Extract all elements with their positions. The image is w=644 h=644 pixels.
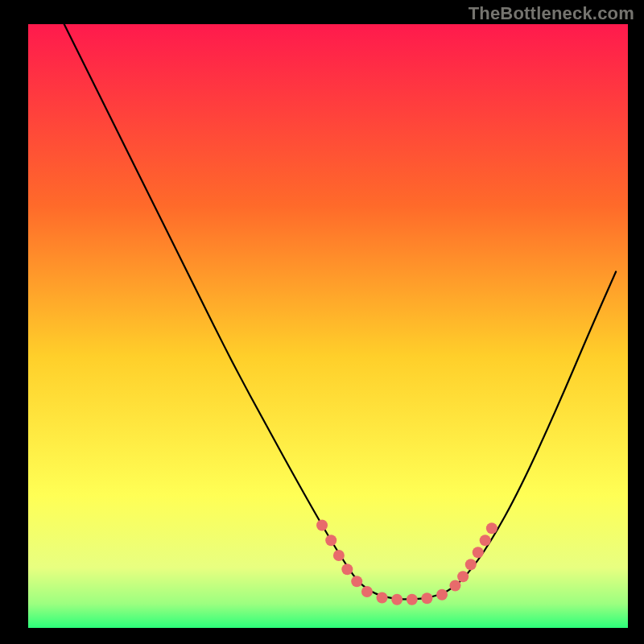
curve-dot <box>480 535 491 546</box>
curve-dot <box>436 589 448 601</box>
curve-dot <box>421 592 432 604</box>
curve-dot <box>377 592 388 604</box>
curve-dot <box>391 594 402 605</box>
curve-dot <box>341 564 353 575</box>
bottleneck-chart <box>0 0 644 644</box>
curve-dot <box>457 571 469 582</box>
curve-dot <box>325 535 336 546</box>
curve-dot <box>351 576 362 587</box>
curve-dot <box>407 594 418 605</box>
curve-dot <box>316 520 328 531</box>
curve-dot <box>465 559 477 570</box>
chart-container: TheBottleneck.com <box>0 0 644 644</box>
curve-dot <box>333 550 345 561</box>
curve-dot <box>449 580 460 592</box>
curve-dot <box>486 522 497 534</box>
curve-dot <box>473 547 484 558</box>
curve-dot <box>361 586 373 597</box>
